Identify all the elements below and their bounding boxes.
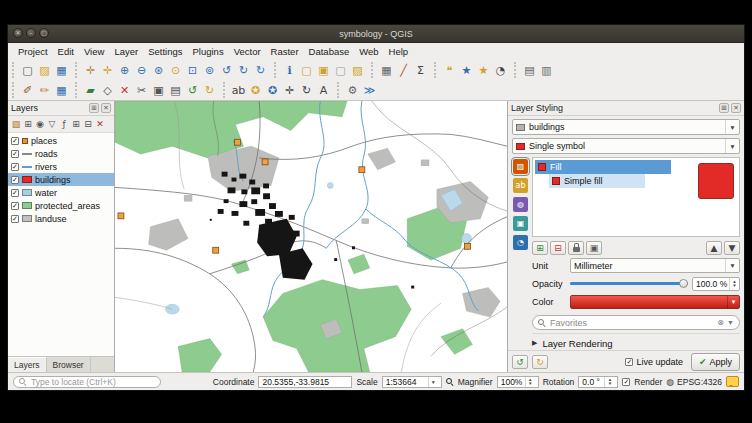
python-console-icon[interactable]: ≫ (362, 82, 378, 98)
zoom-full-icon[interactable]: ⊛ (151, 62, 167, 78)
filter-expression-icon[interactable]: ƒ (58, 118, 70, 131)
show-bookmarks-icon[interactable]: ★ (476, 62, 492, 78)
redo-style-button[interactable]: ↻ (532, 355, 548, 369)
float-panel-icon[interactable]: ⊞ (719, 103, 729, 113)
layer-item-roads[interactable]: ✓roads (8, 147, 114, 160)
menu-vector[interactable]: Vector (229, 45, 266, 58)
apply-button[interactable]: ✔ Apply (691, 353, 740, 371)
crs-status[interactable]: ◍ EPSG:4326 (666, 377, 722, 387)
close-panel-icon[interactable]: ✕ (731, 103, 741, 113)
statistical-summary-icon[interactable]: Σ (413, 62, 429, 78)
select-by-value-icon[interactable]: ▣ (316, 62, 332, 78)
pin-labels-icon[interactable]: ✪ (248, 82, 264, 98)
coordinate-field[interactable]: 20.5355,-33.9815 (258, 376, 352, 388)
map-tips-icon[interactable]: ❝ (442, 62, 458, 78)
layer-visibility-checkbox[interactable]: ✓ (11, 202, 19, 210)
layer-select[interactable]: buildings ▼ (512, 119, 740, 135)
layer-item-protected_areas[interactable]: ✓protected_areas (8, 199, 114, 212)
select-all-icon[interactable]: ▨ (350, 62, 366, 78)
layout-manager-icon[interactable]: ▥ (539, 62, 555, 78)
pan-map-icon[interactable]: ✛ (83, 62, 99, 78)
processing-toolbox-icon[interactable]: ⚙ (345, 82, 361, 98)
mask-tab[interactable]: ◍ (513, 197, 528, 212)
float-panel-icon[interactable]: ⊞ (89, 103, 99, 113)
menu-web[interactable]: Web (354, 45, 383, 58)
rotation-spinbox[interactable]: 0.0 ° ▲▼ (578, 376, 618, 388)
add-group-icon[interactable]: ⊞ (22, 118, 34, 131)
expand-all-icon[interactable]: ⊞ (70, 118, 82, 131)
locate-input[interactable]: Type to locate (Ctrl+K) (13, 376, 161, 388)
labels-tab[interactable]: ab (513, 178, 528, 193)
chevron-down-icon[interactable]: ▼ (428, 377, 438, 387)
add-feature-icon[interactable]: ▰ (83, 82, 99, 98)
map-canvas[interactable] (115, 101, 508, 372)
zoom-next-icon[interactable]: ↻ (236, 62, 252, 78)
duplicate-symbol-layer-button[interactable]: ▣ (586, 241, 602, 255)
save-layer-edits-icon[interactable]: ▦ (54, 82, 70, 98)
zoom-out-icon[interactable]: ⊖ (134, 62, 150, 78)
save-project-icon[interactable]: ▦ (54, 62, 70, 78)
layer-item-landuse[interactable]: ✓landuse (8, 212, 114, 225)
layer-visibility-checkbox[interactable]: ✓ (11, 163, 19, 171)
tab-browser[interactable]: Browser (47, 357, 91, 372)
identify-features-icon[interactable]: ℹ (282, 62, 298, 78)
vertex-tool-icon[interactable]: ◇ (100, 82, 116, 98)
chevron-down-icon[interactable]: ▼ (727, 319, 734, 326)
symbol-tree-item-fill[interactable]: Fill (535, 160, 671, 174)
tab-layers[interactable]: Layers (8, 357, 47, 372)
symbol-tree-item-simple-fill[interactable]: Simple fill (549, 174, 645, 188)
manage-map-themes-icon[interactable]: ◉ (34, 118, 46, 131)
live-update-toggle[interactable]: ✓ Live update (625, 357, 683, 367)
scale-select[interactable]: 1:53664 ▼ (382, 376, 442, 388)
layer-visibility-checkbox[interactable]: ✓ (11, 215, 19, 223)
new-project-icon[interactable]: ▢ (20, 62, 36, 78)
layer-visibility-checkbox[interactable]: ✓ (11, 150, 19, 158)
filter-legend-icon[interactable]: ▽ (46, 118, 58, 131)
move-symbol-down-button[interactable]: ▼ (724, 241, 740, 255)
copy-features-icon[interactable]: ▣ (151, 82, 167, 98)
toggle-editing-icon[interactable]: ✏ (37, 82, 53, 98)
new-print-layout-icon[interactable]: ▤ (522, 62, 538, 78)
maximize-button[interactable]: ▢ (39, 28, 49, 38)
menu-plugins[interactable]: Plugins (187, 45, 228, 58)
delete-selected-icon[interactable]: ✕ (117, 82, 133, 98)
spinner-arrows-icon[interactable]: ▲▼ (729, 278, 739, 290)
opacity-spinbox[interactable]: 100.0 % ▲▼ (692, 277, 740, 291)
unit-select[interactable]: Millimeter ▼ (570, 258, 740, 273)
history-tab[interactable]: ◔ (513, 235, 528, 250)
favorites-search[interactable]: Favorites ⊗ ▼ (532, 315, 740, 330)
add-symbol-layer-button[interactable]: ⊞ (532, 241, 548, 255)
render-checkbox[interactable]: ✓ (622, 378, 630, 386)
menu-layer[interactable]: Layer (109, 45, 143, 58)
menu-database[interactable]: Database (304, 45, 355, 58)
spinner-arrows-icon[interactable]: ▲▼ (604, 377, 614, 387)
menu-raster[interactable]: Raster (266, 45, 304, 58)
menu-project[interactable]: Project (13, 45, 53, 58)
titlebar[interactable]: ✕−▢ symbology - QGIS (8, 25, 744, 43)
open-styling-panel-icon[interactable]: ▧ (10, 118, 22, 131)
remove-layer-icon[interactable]: ✕ (94, 118, 106, 131)
layer-visibility-checkbox[interactable]: ✓ (11, 176, 19, 184)
refresh-map-icon[interactable]: ↻ (253, 62, 269, 78)
new-bookmark-icon[interactable]: ★ (459, 62, 475, 78)
layer-item-water[interactable]: ✓water (8, 186, 114, 199)
layer-item-buildings[interactable]: ✓buildings (8, 173, 114, 186)
spinner-arrows-icon[interactable]: ▲▼ (525, 377, 535, 387)
zoom-to-selection-icon[interactable]: ⊙ (168, 62, 184, 78)
menu-help[interactable]: Help (384, 45, 414, 58)
rotate-label-icon[interactable]: ↻ (299, 82, 315, 98)
layer-visibility-checkbox[interactable]: ✓ (11, 189, 19, 197)
layer-labeling-icon[interactable]: ab (231, 82, 247, 98)
change-label-icon[interactable]: A (316, 82, 332, 98)
close-panel-icon[interactable]: ✕ (101, 103, 111, 113)
pan-to-selection-icon[interactable]: ✛ (100, 62, 116, 78)
temporal-controller-icon[interactable]: ◔ (493, 62, 509, 78)
undo-icon[interactable]: ↺ (185, 82, 201, 98)
color-button[interactable]: ▼ (570, 295, 740, 309)
move-symbol-up-button[interactable]: ▲ (706, 241, 722, 255)
undo-style-button[interactable]: ↺ (512, 355, 528, 369)
layer-visibility-checkbox[interactable]: ✓ (11, 137, 19, 145)
view-3d-tab[interactable]: ▣ (513, 216, 528, 231)
close-button[interactable]: ✕ (13, 28, 23, 38)
lock-symbol-layer-button[interactable] (568, 241, 584, 255)
